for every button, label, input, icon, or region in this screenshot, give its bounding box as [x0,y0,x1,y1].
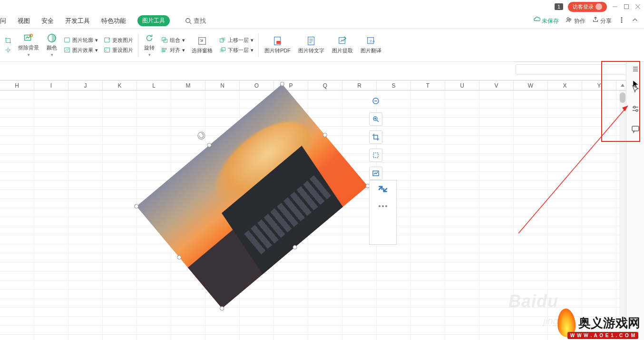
reset-label: 重设图片 [112,47,133,54]
col-header[interactable]: T [411,80,445,90]
col-header[interactable]: S [377,80,411,90]
collapse-toolbar-button[interactable] [369,94,382,108]
menu-devtools[interactable]: 开发工具 [65,17,90,25]
settings-sliders-icon[interactable] [631,105,640,115]
guest-login-button[interactable]: 访客登录 [568,2,607,12]
col-header[interactable]: Q [308,80,342,90]
save-image-button[interactable] [369,167,382,180]
translate-icon: 文A [366,36,376,46]
color-button[interactable]: 颜色 ▾ [47,33,57,57]
svg-rect-15 [65,38,70,42]
rotation-handle[interactable] [196,130,207,141]
share-label: 分享 [600,18,612,24]
expand-button[interactable] [376,182,390,196]
col-header[interactable]: W [514,80,548,90]
menu-view[interactable]: 视图 [18,17,30,25]
col-header[interactable]: K [103,80,137,90]
svg-rect-44 [373,153,378,158]
extract-icon [337,36,348,46]
pic-translate-button[interactable]: 文A 图片翻译 [361,36,381,54]
picture-outline-button[interactable]: 图片轮廓▾ [64,37,98,44]
vertical-scrollbar[interactable] [619,90,626,340]
zoom-button[interactable] [369,112,382,126]
picture-popup-panel[interactable] [369,180,397,245]
more-menu[interactable] [618,17,625,25]
share-icon [592,16,599,23]
name-box[interactable] [516,64,639,75]
collaborate-button[interactable]: 协作 [566,16,585,25]
unsaved-label: 未保存 [542,18,559,24]
sidepanel-handle-icon[interactable] [631,65,640,75]
group-label: 组合 [170,37,180,44]
avatar-icon [595,3,602,10]
picture-effect-button[interactable]: 图片效果▾ [64,47,98,54]
picture-content [137,84,368,309]
svg-rect-23 [163,50,165,52]
rotate-button[interactable]: 旋转 ▾ [144,33,155,57]
reset-picture-button[interactable]: 重设图片 [104,47,133,54]
change-picture-button[interactable]: 更改图片 [104,37,133,44]
right-side-panel [626,62,644,340]
remove-bg-icon [23,33,34,43]
site-name: 奥义游戏网 [578,315,640,331]
search-button[interactable]: 查找 [185,17,206,25]
col-header[interactable]: N [205,80,240,90]
pic-to-text-button[interactable]: 图片转文字 [298,36,324,54]
menu-partial[interactable]: 问 [0,17,6,25]
effect-label: 图片效果 [72,47,93,54]
svg-marker-49 [621,84,624,87]
svg-point-11 [7,49,9,51]
menu-picture-tools[interactable]: 图片工具 [137,15,170,26]
pdf-icon [273,36,283,46]
scroll-up-button[interactable] [619,82,626,89]
notification-badge[interactable]: 1 [555,3,563,10]
selection-pane-icon [197,36,207,46]
col-header[interactable]: J [68,80,103,90]
site-url: W W W . A O E 1 . C O M [567,332,638,339]
pic-to-pdf-button[interactable]: 图片转PDF [264,36,291,54]
ribbon-crop-variant[interactable] [5,37,11,44]
rotate-label: 旋转 [144,44,155,51]
ribbon-adjust[interactable] [5,47,11,53]
col-header[interactable]: R [342,80,377,90]
align-button[interactable]: 对齐▾ [161,47,185,54]
bring-forward-button[interactable]: 上移一层▾ [219,37,254,44]
col-header[interactable]: O [240,80,274,90]
col-header[interactable]: U [445,80,479,90]
collaborate-icon [566,16,572,23]
group-button[interactable]: 组合▾ [161,37,185,44]
col-header[interactable]: V [479,80,514,90]
send-backward-button[interactable]: 下移一层▾ [219,47,254,54]
collapse-ribbon[interactable] [632,17,638,25]
selection-pane-button[interactable]: 选择窗格 [192,36,213,54]
menu-security[interactable]: 安全 [41,17,54,25]
col-header[interactable]: I [34,80,68,90]
crop-button[interactable] [369,130,382,144]
menu-special[interactable]: 特色功能 [101,17,126,25]
maximize-button[interactable] [623,3,630,10]
col-header[interactable]: M [171,80,205,90]
col-header[interactable]: Y [582,80,616,90]
scroll-thumb[interactable] [620,92,625,103]
pic-extract-button[interactable]: 图片提取 [332,36,353,54]
select-area-button[interactable] [369,149,382,162]
reset-icon [104,47,110,53]
group-icon [161,37,168,43]
col-header[interactable]: H [0,80,34,90]
close-button[interactable] [634,3,641,10]
more-button[interactable] [376,200,390,213]
svg-line-5 [190,22,192,24]
backward-icon [219,47,226,53]
backward-label: 下移一层 [228,47,249,54]
col-header[interactable]: X [548,80,582,90]
minimize-button[interactable] [612,3,618,10]
share-button[interactable]: 分享 [592,16,612,25]
change-icon [104,37,110,43]
col-header[interactable]: L [137,80,171,90]
selected-picture[interactable] [147,91,357,301]
unsaved-indicator[interactable]: 未保存 [534,16,559,25]
picture-mini-toolbar [369,94,382,180]
chat-icon[interactable] [631,125,640,135]
remove-background-button[interactable]: 抠除背景 ▾ [18,33,39,57]
login-label: 访客登录 [573,3,594,10]
